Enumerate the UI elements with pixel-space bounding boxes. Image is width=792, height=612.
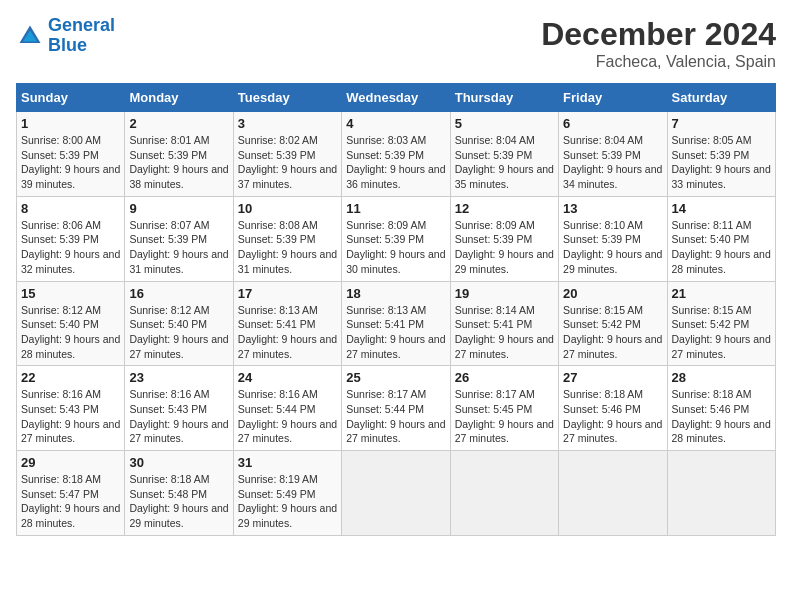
day-detail: Sunrise: 8:18 AM Sunset: 5:47 PM Dayligh… — [21, 472, 120, 531]
table-row: 8Sunrise: 8:06 AM Sunset: 5:39 PM Daylig… — [17, 196, 125, 281]
day-number: 21 — [672, 286, 771, 301]
table-row: 21Sunrise: 8:15 AM Sunset: 5:42 PM Dayli… — [667, 281, 775, 366]
table-row: 30Sunrise: 8:18 AM Sunset: 5:48 PM Dayli… — [125, 451, 233, 536]
calendar-week-row: 1Sunrise: 8:00 AM Sunset: 5:39 PM Daylig… — [17, 112, 776, 197]
header-tuesday: Tuesday — [233, 84, 341, 112]
table-row: 27Sunrise: 8:18 AM Sunset: 5:46 PM Dayli… — [559, 366, 667, 451]
table-row: 25Sunrise: 8:17 AM Sunset: 5:44 PM Dayli… — [342, 366, 450, 451]
header-sunday: Sunday — [17, 84, 125, 112]
day-number: 6 — [563, 116, 662, 131]
table-row — [450, 451, 558, 536]
day-number: 30 — [129, 455, 228, 470]
table-row: 3Sunrise: 8:02 AM Sunset: 5:39 PM Daylig… — [233, 112, 341, 197]
day-number: 11 — [346, 201, 445, 216]
day-number: 22 — [21, 370, 120, 385]
day-detail: Sunrise: 8:12 AM Sunset: 5:40 PM Dayligh… — [21, 303, 120, 362]
day-detail: Sunrise: 8:16 AM Sunset: 5:44 PM Dayligh… — [238, 387, 337, 446]
day-detail: Sunrise: 8:08 AM Sunset: 5:39 PM Dayligh… — [238, 218, 337, 277]
day-detail: Sunrise: 8:11 AM Sunset: 5:40 PM Dayligh… — [672, 218, 771, 277]
table-row: 20Sunrise: 8:15 AM Sunset: 5:42 PM Dayli… — [559, 281, 667, 366]
day-number: 1 — [21, 116, 120, 131]
day-number: 23 — [129, 370, 228, 385]
day-number: 19 — [455, 286, 554, 301]
table-row: 23Sunrise: 8:16 AM Sunset: 5:43 PM Dayli… — [125, 366, 233, 451]
table-row — [667, 451, 775, 536]
day-detail: Sunrise: 8:06 AM Sunset: 5:39 PM Dayligh… — [21, 218, 120, 277]
table-row: 6Sunrise: 8:04 AM Sunset: 5:39 PM Daylig… — [559, 112, 667, 197]
day-detail: Sunrise: 8:18 AM Sunset: 5:46 PM Dayligh… — [672, 387, 771, 446]
header-thursday: Thursday — [450, 84, 558, 112]
calendar-week-row: 8Sunrise: 8:06 AM Sunset: 5:39 PM Daylig… — [17, 196, 776, 281]
table-row: 2Sunrise: 8:01 AM Sunset: 5:39 PM Daylig… — [125, 112, 233, 197]
logo-general: General — [48, 15, 115, 35]
day-number: 28 — [672, 370, 771, 385]
title-section: December 2024 Facheca, Valencia, Spain — [541, 16, 776, 71]
day-detail: Sunrise: 8:14 AM Sunset: 5:41 PM Dayligh… — [455, 303, 554, 362]
day-number: 26 — [455, 370, 554, 385]
day-detail: Sunrise: 8:04 AM Sunset: 5:39 PM Dayligh… — [455, 133, 554, 192]
header-wednesday: Wednesday — [342, 84, 450, 112]
header-friday: Friday — [559, 84, 667, 112]
day-detail: Sunrise: 8:16 AM Sunset: 5:43 PM Dayligh… — [129, 387, 228, 446]
table-row: 22Sunrise: 8:16 AM Sunset: 5:43 PM Dayli… — [17, 366, 125, 451]
table-row: 4Sunrise: 8:03 AM Sunset: 5:39 PM Daylig… — [342, 112, 450, 197]
day-number: 2 — [129, 116, 228, 131]
day-detail: Sunrise: 8:17 AM Sunset: 5:45 PM Dayligh… — [455, 387, 554, 446]
day-number: 3 — [238, 116, 337, 131]
day-number: 5 — [455, 116, 554, 131]
day-detail: Sunrise: 8:03 AM Sunset: 5:39 PM Dayligh… — [346, 133, 445, 192]
table-row: 26Sunrise: 8:17 AM Sunset: 5:45 PM Dayli… — [450, 366, 558, 451]
day-number: 14 — [672, 201, 771, 216]
day-number: 17 — [238, 286, 337, 301]
table-row: 31Sunrise: 8:19 AM Sunset: 5:49 PM Dayli… — [233, 451, 341, 536]
day-number: 12 — [455, 201, 554, 216]
day-detail: Sunrise: 8:07 AM Sunset: 5:39 PM Dayligh… — [129, 218, 228, 277]
table-row: 16Sunrise: 8:12 AM Sunset: 5:40 PM Dayli… — [125, 281, 233, 366]
table-row: 13Sunrise: 8:10 AM Sunset: 5:39 PM Dayli… — [559, 196, 667, 281]
table-row: 5Sunrise: 8:04 AM Sunset: 5:39 PM Daylig… — [450, 112, 558, 197]
day-number: 29 — [21, 455, 120, 470]
day-number: 7 — [672, 116, 771, 131]
page-header: General Blue December 2024 Facheca, Vale… — [16, 16, 776, 71]
day-detail: Sunrise: 8:13 AM Sunset: 5:41 PM Dayligh… — [238, 303, 337, 362]
calendar-week-row: 29Sunrise: 8:18 AM Sunset: 5:47 PM Dayli… — [17, 451, 776, 536]
table-row: 1Sunrise: 8:00 AM Sunset: 5:39 PM Daylig… — [17, 112, 125, 197]
day-detail: Sunrise: 8:18 AM Sunset: 5:48 PM Dayligh… — [129, 472, 228, 531]
calendar-week-row: 22Sunrise: 8:16 AM Sunset: 5:43 PM Dayli… — [17, 366, 776, 451]
table-row: 15Sunrise: 8:12 AM Sunset: 5:40 PM Dayli… — [17, 281, 125, 366]
day-detail: Sunrise: 8:10 AM Sunset: 5:39 PM Dayligh… — [563, 218, 662, 277]
table-row — [559, 451, 667, 536]
table-row: 18Sunrise: 8:13 AM Sunset: 5:41 PM Dayli… — [342, 281, 450, 366]
day-number: 25 — [346, 370, 445, 385]
header-saturday: Saturday — [667, 84, 775, 112]
table-row: 10Sunrise: 8:08 AM Sunset: 5:39 PM Dayli… — [233, 196, 341, 281]
day-number: 10 — [238, 201, 337, 216]
day-number: 16 — [129, 286, 228, 301]
day-number: 24 — [238, 370, 337, 385]
table-row: 19Sunrise: 8:14 AM Sunset: 5:41 PM Dayli… — [450, 281, 558, 366]
table-row: 7Sunrise: 8:05 AM Sunset: 5:39 PM Daylig… — [667, 112, 775, 197]
logo-text: General Blue — [48, 16, 115, 56]
day-number: 9 — [129, 201, 228, 216]
table-row: 9Sunrise: 8:07 AM Sunset: 5:39 PM Daylig… — [125, 196, 233, 281]
calendar-header-row: Sunday Monday Tuesday Wednesday Thursday… — [17, 84, 776, 112]
day-number: 15 — [21, 286, 120, 301]
day-number: 4 — [346, 116, 445, 131]
day-detail: Sunrise: 8:16 AM Sunset: 5:43 PM Dayligh… — [21, 387, 120, 446]
location-title: Facheca, Valencia, Spain — [541, 53, 776, 71]
day-detail: Sunrise: 8:01 AM Sunset: 5:39 PM Dayligh… — [129, 133, 228, 192]
day-detail: Sunrise: 8:12 AM Sunset: 5:40 PM Dayligh… — [129, 303, 228, 362]
day-number: 8 — [21, 201, 120, 216]
table-row — [342, 451, 450, 536]
day-detail: Sunrise: 8:02 AM Sunset: 5:39 PM Dayligh… — [238, 133, 337, 192]
day-number: 20 — [563, 286, 662, 301]
day-detail: Sunrise: 8:19 AM Sunset: 5:49 PM Dayligh… — [238, 472, 337, 531]
table-row: 28Sunrise: 8:18 AM Sunset: 5:46 PM Dayli… — [667, 366, 775, 451]
logo: General Blue — [16, 16, 115, 56]
day-detail: Sunrise: 8:15 AM Sunset: 5:42 PM Dayligh… — [563, 303, 662, 362]
day-detail: Sunrise: 8:09 AM Sunset: 5:39 PM Dayligh… — [455, 218, 554, 277]
table-row: 29Sunrise: 8:18 AM Sunset: 5:47 PM Dayli… — [17, 451, 125, 536]
day-number: 27 — [563, 370, 662, 385]
table-row: 12Sunrise: 8:09 AM Sunset: 5:39 PM Dayli… — [450, 196, 558, 281]
calendar-week-row: 15Sunrise: 8:12 AM Sunset: 5:40 PM Dayli… — [17, 281, 776, 366]
